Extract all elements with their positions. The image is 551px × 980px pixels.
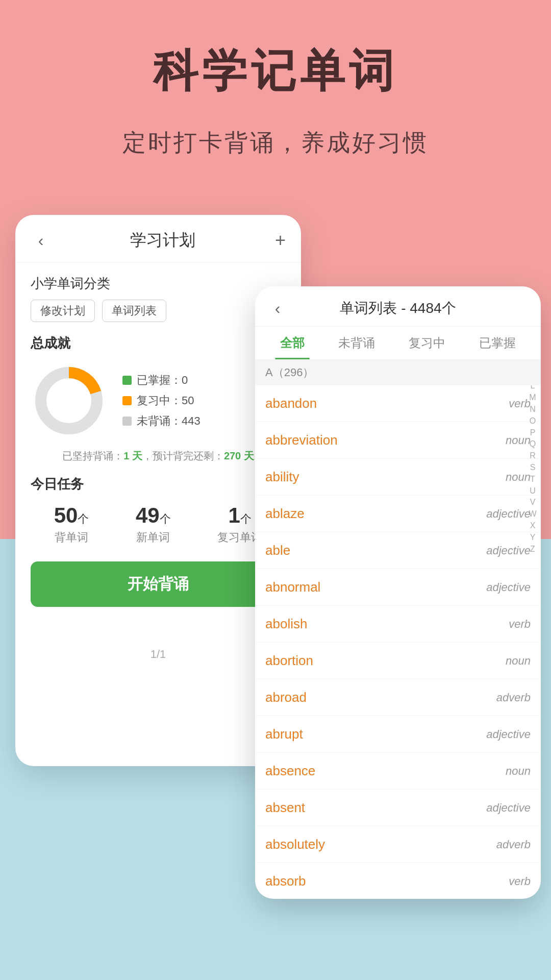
task-row: 50个 背单词 49个 新单词 1个 复习单词 xyxy=(31,503,286,545)
study-plan-header: ‹ 学习计划 + xyxy=(15,215,301,262)
task-new-desc: 新单词 xyxy=(136,530,171,545)
achievement-label: 总成就 xyxy=(31,334,286,352)
word-row[interactable]: abortion noun xyxy=(255,643,541,679)
top-section: 科学记单词 定时打卡背诵，养成好习惯 xyxy=(0,0,551,179)
word-list: abandon verb A B C D E F G H I J K L M xyxy=(255,385,541,899)
word-text: absorb xyxy=(265,873,509,889)
page-indicator: 1/1 xyxy=(31,648,286,661)
task-new: 49个 新单词 xyxy=(136,503,171,545)
word-row[interactable]: able adjective xyxy=(255,532,541,569)
legend-mastered: 已掌握：0 xyxy=(122,373,201,388)
donut-chart xyxy=(31,362,107,439)
task-total-number: 50个 xyxy=(54,503,89,528)
back-icon[interactable]: ‹ xyxy=(31,231,51,250)
tag-row: 修改计划 单词列表 xyxy=(31,300,286,322)
word-text: abbreviation xyxy=(265,432,506,448)
word-text: abandon xyxy=(265,396,509,411)
word-list-back-icon[interactable]: ‹ xyxy=(267,299,288,318)
word-type: adjective xyxy=(486,581,531,594)
legend-reviewing: 复习中：50 xyxy=(122,393,201,408)
word-row[interactable]: abbreviation noun xyxy=(255,422,541,459)
streak-text: 已坚持背诵：1 天，预计背完还剩：270 天 xyxy=(31,449,286,463)
study-plan-title: 学习计划 xyxy=(130,229,195,252)
tab-all[interactable]: 全部 xyxy=(275,327,310,359)
word-row[interactable]: absolutely adverb xyxy=(255,826,541,863)
word-type: noun xyxy=(506,654,531,668)
word-text: absent xyxy=(265,800,486,816)
word-text: ability xyxy=(265,469,506,485)
tabs-row: 全部 未背诵 复习中 已掌握 xyxy=(255,327,541,360)
task-total: 50个 背单词 xyxy=(54,503,89,545)
main-title: 科学记单词 xyxy=(31,41,520,102)
subtitle: 定时打卡背诵，养成好习惯 xyxy=(31,127,520,159)
today-task-label: 今日任务 xyxy=(31,475,286,493)
word-text: able xyxy=(265,543,486,558)
word-type: verb xyxy=(509,618,531,631)
word-text: ablaze xyxy=(265,506,486,522)
word-type: adjective xyxy=(486,728,531,741)
word-type: noun xyxy=(506,471,531,484)
word-list-title: 单词列表 - 4484个 xyxy=(288,299,508,318)
alpha-L[interactable]: L xyxy=(528,385,538,391)
alpha-N[interactable]: N xyxy=(528,404,538,415)
tab-mastered[interactable]: 已掌握 xyxy=(474,327,521,359)
legend: 已掌握：0 复习中：50 未背诵：443 xyxy=(122,373,201,429)
cards-container: ‹ 学习计划 + 小学单词分类 修改计划 单词列表 总成就 xyxy=(0,194,551,868)
task-new-number: 49个 xyxy=(136,503,171,528)
word-text: absence xyxy=(265,763,506,779)
word-text: abortion xyxy=(265,653,506,669)
word-text: abnormal xyxy=(265,579,486,595)
word-text: abrupt xyxy=(265,726,486,742)
word-text: abolish xyxy=(265,616,509,632)
achievement-row: 已掌握：0 复习中：50 未背诵：443 xyxy=(31,362,286,439)
word-list-card: ‹ 单词列表 - 4484个 全部 未背诵 复习中 已掌握 A（296） aba… xyxy=(255,286,541,899)
alpha-M[interactable]: M xyxy=(528,393,538,403)
word-row[interactable]: ability noun xyxy=(255,459,541,496)
word-row[interactable]: abolish verb xyxy=(255,606,541,643)
orange-dot xyxy=(122,396,132,405)
word-row[interactable]: abrupt adjective xyxy=(255,716,541,753)
word-type: adverb xyxy=(496,691,531,704)
category-label: 小学单词分类 xyxy=(31,275,286,292)
word-row[interactable]: ablaze adjective xyxy=(255,496,541,532)
modify-plan-tag[interactable]: 修改计划 xyxy=(31,300,95,322)
word-type: adverb xyxy=(496,838,531,851)
word-type: adjective xyxy=(486,801,531,815)
word-row[interactable]: absence noun xyxy=(255,753,541,790)
green-dot xyxy=(122,376,132,385)
word-type: verb xyxy=(509,875,531,888)
word-row[interactable]: absorb verb xyxy=(255,863,541,899)
word-row[interactable]: abandon verb A B C D E F G H I J K L M xyxy=(255,385,541,422)
tab-reviewing[interactable]: 复习中 xyxy=(404,327,450,359)
word-type: noun xyxy=(506,765,531,778)
tab-unlearned[interactable]: 未背诵 xyxy=(333,327,380,359)
legend-unlearned: 未背诵：443 xyxy=(122,413,201,429)
start-recite-button[interactable]: 开始背诵 xyxy=(31,561,286,607)
word-text: absolutely xyxy=(265,837,496,852)
word-type: adjective xyxy=(486,507,531,521)
word-text: abroad xyxy=(265,690,496,705)
word-row[interactable]: absent adjective xyxy=(255,790,541,826)
add-plan-button[interactable]: + xyxy=(275,230,286,251)
word-row[interactable]: abnormal adjective xyxy=(255,569,541,606)
task-total-desc: 背单词 xyxy=(54,530,89,545)
gray-dot xyxy=(122,416,132,426)
word-list-tag[interactable]: 单词列表 xyxy=(102,300,166,322)
word-row[interactable]: abroad adverb xyxy=(255,679,541,716)
word-list-header: ‹ 单词列表 - 4484个 xyxy=(255,286,541,327)
section-header-a: A（296） xyxy=(255,360,541,385)
word-type: noun xyxy=(506,434,531,447)
word-type: adjective xyxy=(486,544,531,557)
